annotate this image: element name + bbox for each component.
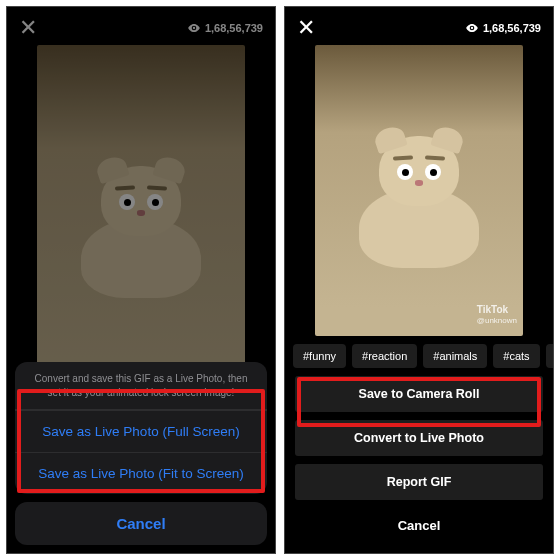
gif-media[interactable]: TikTok @unknown <box>315 45 523 336</box>
close-button[interactable]: ✕ <box>297 17 315 39</box>
save-live-photo-fit-button[interactable]: Save as Live Photo (Fit to Screen) <box>15 452 267 494</box>
svg-point-1 <box>471 27 473 29</box>
tag-more[interactable]: #anim <box>546 344 553 368</box>
tag-funny[interactable]: #funny <box>293 344 346 368</box>
tag-animals[interactable]: #animals <box>423 344 487 368</box>
sheet-description: Convert and save this GIF as a Live Phot… <box>15 362 267 410</box>
tiktok-watermark: TikTok @unknown <box>477 304 517 326</box>
eye-icon <box>465 21 479 35</box>
tag-cats[interactable]: #cats <box>493 344 539 368</box>
cancel-button[interactable]: Cancel <box>15 502 267 545</box>
topbar: ✕ 1,68,56,739 <box>285 7 553 43</box>
cat-image <box>359 136 479 256</box>
phone-right: ✕ 1,68,56,739 TikTok @unknown #funny #re… <box>284 6 554 554</box>
view-count: 1,68,56,739 <box>465 21 541 35</box>
view-count-value: 1,68,56,739 <box>483 22 541 34</box>
sheet-card: Convert and save this GIF as a Live Phot… <box>15 362 267 494</box>
cancel-button[interactable]: Cancel <box>295 508 543 543</box>
save-to-camera-roll-button[interactable]: Save to Camera Roll <box>295 376 543 412</box>
convert-to-live-photo-button[interactable]: Convert to Live Photo <box>295 420 543 456</box>
report-gif-button[interactable]: Report GIF <box>295 464 543 500</box>
save-live-photo-full-button[interactable]: Save as Live Photo (Full Screen) <box>15 410 267 452</box>
tag-row[interactable]: #funny #reaction #animals #cats #anim <box>285 336 553 376</box>
action-sheet: Convert and save this GIF as a Live Phot… <box>15 362 267 545</box>
tag-reaction[interactable]: #reaction <box>352 344 417 368</box>
actions-list: Save to Camera Roll Convert to Live Phot… <box>285 376 553 553</box>
phone-left: ✕ 1,68,56,739 TikTok @unknown <box>6 6 276 554</box>
